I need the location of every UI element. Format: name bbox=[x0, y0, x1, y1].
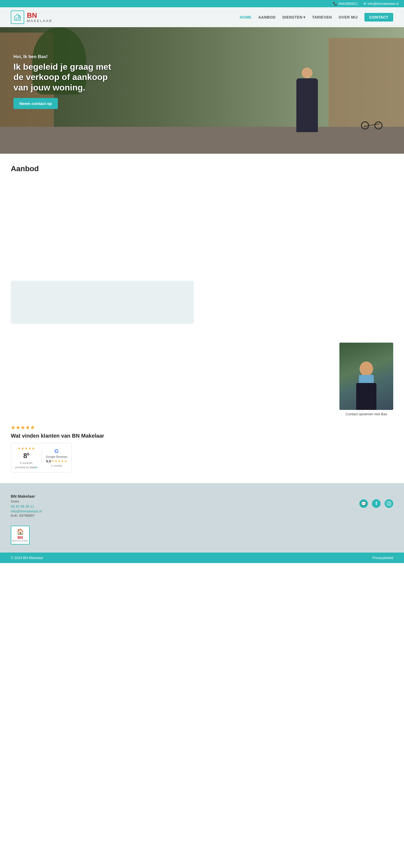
google-label: Google Reviews bbox=[46, 455, 67, 458]
brand-name: BN bbox=[27, 12, 53, 19]
agent-figure bbox=[355, 362, 377, 410]
chevron-down-icon: ▾ bbox=[303, 15, 306, 20]
svg-point-5 bbox=[390, 502, 390, 503]
trustoo-score: 86 bbox=[23, 452, 29, 460]
contact-section bbox=[0, 275, 404, 343]
nav-home[interactable]: HOME bbox=[240, 15, 252, 20]
aanbod-section: Aanbod bbox=[0, 154, 404, 275]
main-footer: BN Makelaar Goes 06 42 98 38 11 info@bnm… bbox=[0, 483, 404, 553]
nav-contact[interactable]: CONTACT bbox=[365, 13, 393, 22]
email-link[interactable]: ✉ info@bnmakelaar.nl bbox=[363, 2, 399, 6]
hero-section: Hoi, Ik ben Bas! Ik begeleid je graag me… bbox=[0, 27, 404, 154]
header: BN MAKELAAR HOME AANBOD DIENSTEN ▾ TARIE… bbox=[0, 7, 404, 27]
svg-rect-3 bbox=[387, 502, 391, 506]
nav-tarieven[interactable]: TARIEVEN bbox=[312, 15, 332, 20]
footer-email-link[interactable]: info@bnmakelaar.nl bbox=[11, 509, 42, 513]
svg-point-4 bbox=[388, 502, 390, 505]
bike-wheel-front bbox=[374, 121, 382, 129]
instagram-icon[interactable] bbox=[384, 499, 393, 508]
google-stars: 5.0 ★ ★ ★ ★ ★ bbox=[46, 459, 67, 463]
hero-content: Hoi, Ik ben Bas! Ik begeleid je graag me… bbox=[13, 54, 116, 109]
email-address: info@bnmakelaar.nl bbox=[368, 2, 399, 6]
footer-city: Goes bbox=[11, 499, 42, 503]
phone-link[interactable]: 📞 0642983811 bbox=[333, 2, 358, 6]
google-icon: G bbox=[54, 448, 59, 454]
aanbod-title: Aanbod bbox=[11, 164, 393, 173]
phone-icon: 📞 bbox=[333, 2, 337, 6]
agent-photo-wrapper: Contact opnemen met Bas bbox=[339, 343, 393, 416]
agent-head bbox=[360, 362, 373, 376]
review-stars: ★★★★★ bbox=[11, 424, 393, 431]
brand-subtitle: MAKELAAR bbox=[27, 19, 53, 23]
hero-street bbox=[0, 127, 404, 154]
email-icon: ✉ bbox=[363, 2, 366, 6]
reviews-title: Wat vinden klanten van BN Makelaar bbox=[11, 433, 393, 439]
review-widget: ★ ★ ★ ★ ★ 86 6 reviews provided by trust… bbox=[11, 443, 71, 472]
agent-body bbox=[356, 383, 377, 410]
footer-logo-subtitle: MAKELAAR bbox=[12, 540, 28, 542]
person-head bbox=[302, 67, 312, 78]
top-bar: 📞 0642983811 ✉ info@bnmakelaar.nl bbox=[0, 0, 404, 7]
svg-rect-0 bbox=[16, 18, 19, 20]
google-score: 5.0 bbox=[46, 459, 51, 463]
reviews-section: ★★★★★ Wat vinden klanten van BN Makelaar… bbox=[0, 419, 404, 483]
phone-number: 0642983811 bbox=[339, 2, 358, 6]
agent-section: Contact opnemen met Bas bbox=[0, 343, 404, 416]
footer-social-links: 💬 f bbox=[359, 499, 393, 508]
footer-phone-link[interactable]: 06 42 98 38 11 bbox=[11, 504, 34, 508]
footer-content: BN Makelaar Goes 06 42 98 38 11 info@bnm… bbox=[11, 494, 393, 545]
hero-cta-button[interactable]: Neem contact op bbox=[13, 98, 58, 109]
trustoo-stars: ★ ★ ★ ★ ★ bbox=[18, 446, 35, 450]
nav-aanbod[interactable]: AANBOD bbox=[258, 15, 276, 20]
footer-company-info: BN Makelaar Goes 06 42 98 38 11 info@bnm… bbox=[11, 494, 42, 518]
footer-logo-box: 🏠 BN MAKELAAR bbox=[11, 526, 30, 545]
agent-caption: Contact opnemen met Bas bbox=[339, 412, 393, 416]
google-review-count: 1 review bbox=[51, 464, 62, 467]
property-cards-area bbox=[11, 181, 393, 262]
google-section: G Google Reviews 5.0 ★ ★ ★ ★ ★ 1 review bbox=[46, 448, 67, 467]
hero-greeting: Hoi, Ik ben Bas! bbox=[13, 54, 116, 60]
trustoo-review-count: 6 reviews bbox=[20, 461, 32, 465]
hero-person-figure bbox=[296, 78, 318, 132]
trustoo-label: provided by trusto bbox=[15, 466, 37, 469]
footer-logo-icon: 🏠 bbox=[17, 528, 24, 535]
footer-company-name: BN Makelaar bbox=[11, 494, 42, 498]
hero-tagline: Ik begeleid je graag met de verkoop of a… bbox=[13, 62, 116, 93]
whatsapp-icon[interactable]: 💬 bbox=[359, 499, 368, 508]
footer-logo-brand: BN bbox=[18, 535, 23, 540]
privacy-link[interactable]: Privacybeleid bbox=[373, 556, 393, 560]
footer-left: BN Makelaar Goes 06 42 98 38 11 info@bnm… bbox=[11, 494, 42, 545]
person-body bbox=[296, 78, 318, 132]
agent-photo bbox=[339, 343, 393, 410]
trustoo-section: ★ ★ ★ ★ ★ 86 6 reviews provided by trust… bbox=[15, 446, 37, 469]
main-nav: HOME AANBOD DIENSTEN ▾ TARIEVEN OVER MIJ… bbox=[240, 13, 393, 22]
logo-text: BN MAKELAAR bbox=[27, 12, 53, 23]
footer-kvk: KvK: 93796897 bbox=[11, 514, 42, 518]
logo[interactable]: BN MAKELAAR bbox=[11, 10, 53, 24]
widget-divider bbox=[41, 451, 42, 465]
footer-logo-area: 🏠 BN MAKELAAR bbox=[11, 526, 42, 545]
bottom-bar: © 2024 BN Makelaar Privacybeleid bbox=[0, 553, 404, 563]
contact-form-box bbox=[11, 281, 194, 324]
copyright: © 2024 BN Makelaar bbox=[11, 556, 43, 560]
hero-bike bbox=[361, 113, 382, 129]
logo-icon bbox=[11, 10, 24, 24]
nav-over-mij[interactable]: OVER MIJ bbox=[339, 15, 358, 20]
facebook-icon[interactable]: f bbox=[372, 499, 381, 508]
nav-diensten[interactable]: DIENSTEN ▾ bbox=[282, 15, 305, 20]
